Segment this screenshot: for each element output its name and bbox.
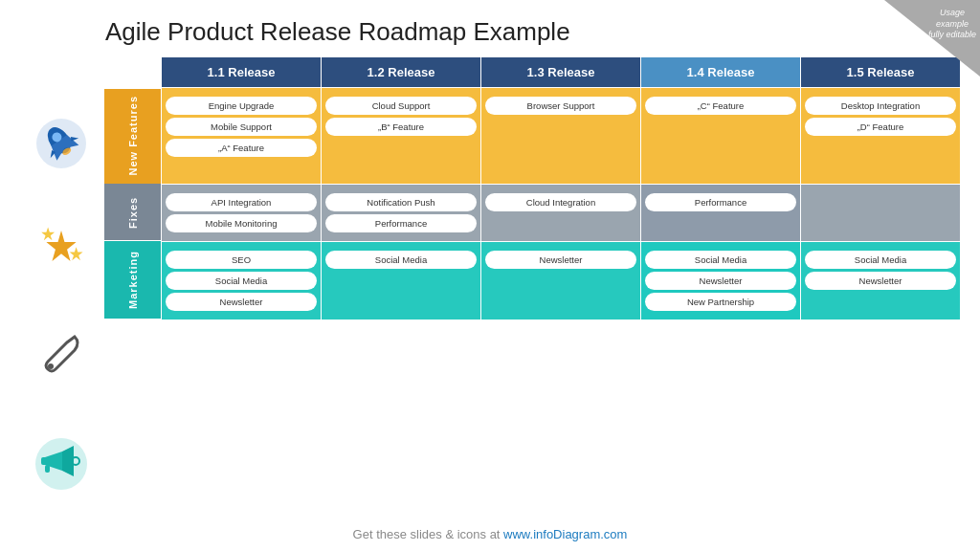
svg-rect-14 — [45, 465, 50, 473]
header-row: 1.1 Release 1.2 Release 1.3 Release 1.4 … — [104, 57, 961, 88]
fixes-15 — [801, 184, 961, 241]
megaphone-icon-cell — [35, 407, 87, 521]
pill: Social Media — [645, 251, 796, 269]
fixes-row: Fixes API Integration Mobile Monitoring … — [104, 184, 961, 241]
features-13: Browser Support — [481, 88, 641, 185]
footer: Get these slides & icons at www.infoDiag… — [19, 527, 961, 541]
pill: SEO — [166, 251, 317, 269]
pill: Newsletter — [166, 293, 317, 311]
cat-label-features: New Features — [104, 88, 162, 185]
pill: „C“ Feature — [645, 97, 796, 115]
rocket-icon — [36, 119, 86, 168]
pill: API Integration — [166, 193, 317, 211]
pill: Social Media — [166, 272, 317, 290]
marketing-11: SEO Social Media Newsletter — [162, 241, 322, 320]
megaphone-icon — [35, 438, 87, 490]
marketing-12: Social Media — [322, 241, 481, 320]
pill: Newsletter — [485, 251, 636, 269]
fixes-13: Cloud Integration — [481, 184, 641, 241]
stars-icon — [36, 224, 86, 274]
pill: Social Media — [325, 251, 477, 269]
page: Usageexamplefully editable Agile Product… — [0, 0, 980, 551]
pill: Newsletter — [645, 272, 796, 290]
marketing-15: Social Media Newsletter — [801, 241, 961, 320]
svg-point-10 — [48, 364, 54, 369]
header-release-14: 1.4 Release — [641, 57, 801, 88]
fixes-14: Performance — [641, 184, 801, 241]
header-release-15: 1.5 Release — [801, 57, 961, 88]
pill: Engine Upgrade — [166, 97, 317, 115]
header-empty — [104, 57, 162, 88]
pill: Performance — [645, 193, 796, 211]
header-release-13: 1.3 Release — [481, 57, 641, 88]
marketing-14: Social Media Newsletter New Partnership — [641, 241, 801, 320]
stars-icon-cell — [36, 196, 86, 301]
cat-label-marketing: Marketing — [104, 241, 162, 320]
header-release-12: 1.2 Release — [322, 57, 481, 88]
pill: „A“ Feature — [166, 139, 317, 157]
header-release-11: 1.1 Release — [162, 57, 322, 88]
svg-marker-8 — [41, 227, 55, 240]
usage-ribbon-text: Usageexamplefully editable — [928, 8, 976, 41]
main-layout: 1.1 Release 1.2 Release 1.3 Release 1.4 … — [19, 56, 961, 521]
table-wrap: 1.1 Release 1.2 Release 1.3 Release 1.4 … — [103, 56, 961, 521]
svg-rect-13 — [41, 457, 47, 465]
pill: Cloud Support — [325, 97, 477, 115]
pill: Newsletter — [805, 272, 956, 290]
wrench-icon-cell — [38, 301, 84, 407]
pill: Social Media — [805, 251, 956, 269]
icons-column — [19, 56, 103, 521]
svg-marker-9 — [70, 247, 83, 260]
pill: Desktop Integration — [805, 97, 956, 115]
features-15: Desktop Integration „D“ Feature — [801, 88, 961, 185]
features-12: Cloud Support „B“ Feature — [322, 88, 481, 185]
footer-link[interactable]: www.infoDiagram.com — [503, 527, 627, 541]
features-11: Engine Upgrade Mobile Support „A“ Featur… — [162, 88, 322, 185]
page-title: Agile Product Release Roadmap Example — [105, 17, 961, 47]
pill: Mobile Monitoring — [166, 214, 317, 232]
pill: „B“ Feature — [325, 118, 477, 136]
new-features-row: New Features Engine Upgrade Mobile Suppo… — [104, 88, 961, 185]
roadmap-table: 1.1 Release 1.2 Release 1.3 Release 1.4 … — [103, 56, 961, 320]
marketing-13: Newsletter — [481, 241, 641, 320]
cat-label-fixes: Fixes — [104, 184, 162, 241]
pill: New Partnership — [645, 293, 796, 311]
marketing-row: Marketing SEO Social Media Newsletter So… — [104, 241, 961, 320]
pill: Browser Support — [485, 97, 636, 115]
rocket-icon-cell — [36, 91, 86, 196]
pill: Mobile Support — [166, 118, 317, 136]
pill: Notification Push — [325, 193, 477, 211]
pill: Performance — [325, 214, 477, 232]
fixes-11: API Integration Mobile Monitoring — [162, 184, 322, 241]
pill: Cloud Integration — [485, 193, 636, 211]
wrench-icon — [38, 331, 84, 377]
fixes-12: Notification Push Performance — [322, 184, 481, 241]
features-14: „C“ Feature — [641, 88, 801, 185]
pill: „D“ Feature — [805, 118, 956, 136]
